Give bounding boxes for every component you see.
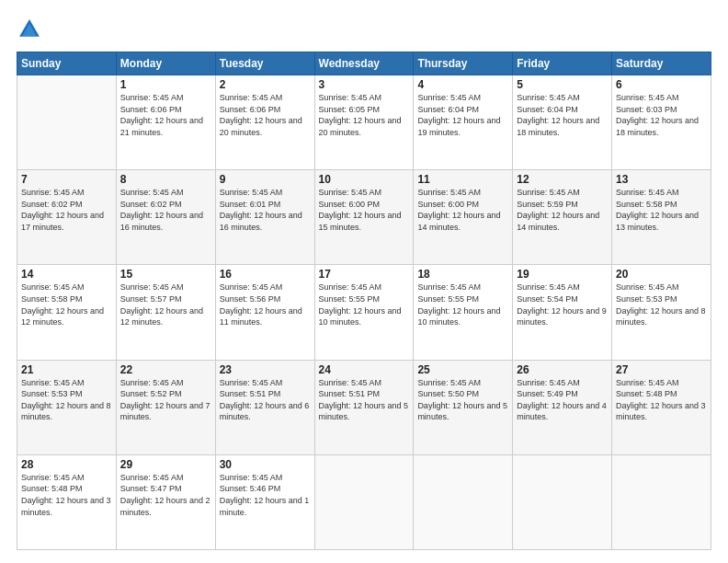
day-number: 13 [616,173,707,186]
day-info: Sunrise: 5:45 AMSunset: 6:00 PMDaylight:… [319,188,402,232]
day-info: Sunrise: 5:45 AMSunset: 5:49 PMDaylight:… [517,378,607,422]
day-number: 9 [220,173,311,186]
day-number: 20 [616,268,707,281]
day-number: 24 [319,363,410,376]
weekday-sunday: Sunday [17,52,117,75]
day-number: 2 [220,78,311,91]
day-info: Sunrise: 5:45 AMSunset: 5:55 PMDaylight:… [319,282,402,327]
day-info: Sunrise: 5:45 AMSunset: 6:06 PMDaylight:… [120,93,203,137]
day-number: 19 [517,268,608,281]
weekday-tuesday: Tuesday [215,52,314,75]
day-number: 15 [120,268,211,281]
day-number: 26 [517,363,608,376]
calendar-cell: 6 Sunrise: 5:45 AMSunset: 6:03 PMDayligh… [612,75,711,170]
calendar-cell: 27 Sunrise: 5:45 AMSunset: 5:48 PMDaylig… [612,360,711,454]
calendar-cell: 18 Sunrise: 5:45 AMSunset: 5:55 PMDaylig… [414,265,513,360]
weekday-friday: Friday [513,52,612,75]
calendar-cell: 29 Sunrise: 5:45 AMSunset: 5:47 PMDaylig… [116,454,215,549]
header [17,17,711,42]
calendar-cell: 7 Sunrise: 5:45 AMSunset: 6:02 PMDayligh… [17,170,117,265]
day-number: 17 [319,268,410,281]
calendar-cell: 23 Sunrise: 5:45 AMSunset: 5:51 PMDaylig… [215,360,314,454]
day-info: Sunrise: 5:45 AMSunset: 5:55 PMDaylight:… [417,282,500,327]
day-number: 28 [21,458,112,471]
calendar-cell: 3 Sunrise: 5:45 AMSunset: 6:05 PMDayligh… [314,75,414,170]
calendar-cell: 26 Sunrise: 5:45 AMSunset: 5:49 PMDaylig… [513,360,612,454]
day-info: Sunrise: 5:45 AMSunset: 5:52 PMDaylight:… [120,378,210,422]
calendar-cell: 14 Sunrise: 5:45 AMSunset: 5:58 PMDaylig… [17,265,117,360]
day-number: 1 [120,78,211,91]
weekday-header-row: SundayMondayTuesdayWednesdayThursdayFrid… [17,52,711,75]
day-number: 8 [120,173,211,186]
calendar-cell: 15 Sunrise: 5:45 AMSunset: 5:57 PMDaylig… [116,265,215,360]
day-info: Sunrise: 5:45 AMSunset: 6:01 PMDaylight:… [220,188,302,232]
day-info: Sunrise: 5:45 AMSunset: 5:51 PMDaylight:… [319,378,409,422]
calendar-cell: 13 Sunrise: 5:45 AMSunset: 5:58 PMDaylig… [612,170,711,265]
day-number: 18 [417,268,508,281]
day-info: Sunrise: 5:45 AMSunset: 5:46 PMDaylight:… [220,473,310,517]
calendar-cell: 4 Sunrise: 5:45 AMSunset: 6:04 PMDayligh… [414,75,513,170]
day-number: 22 [120,363,211,376]
day-number: 21 [21,363,112,376]
calendar-week-4: 21 Sunrise: 5:45 AMSunset: 5:53 PMDaylig… [17,360,711,454]
day-number: 25 [417,363,508,376]
day-info: Sunrise: 5:45 AMSunset: 6:03 PMDaylight:… [616,93,699,137]
weekday-thursday: Thursday [414,52,513,75]
day-number: 12 [517,173,608,186]
calendar-cell: 28 Sunrise: 5:45 AMSunset: 5:48 PMDaylig… [17,454,117,549]
day-info: Sunrise: 5:45 AMSunset: 5:56 PMDaylight:… [220,282,302,327]
page: SundayMondayTuesdayWednesdayThursdayFrid… [0,0,728,563]
day-info: Sunrise: 5:45 AMSunset: 5:54 PMDaylight:… [517,282,607,327]
logo [17,17,46,42]
day-number: 27 [616,363,707,376]
day-info: Sunrise: 5:45 AMSunset: 5:51 PMDaylight:… [220,378,310,422]
day-number: 3 [319,78,410,91]
day-info: Sunrise: 5:45 AMSunset: 5:48 PMDaylight:… [616,378,706,422]
logo-icon [17,17,42,42]
day-info: Sunrise: 5:45 AMSunset: 6:04 PMDaylight:… [517,93,599,137]
day-info: Sunrise: 5:45 AMSunset: 5:53 PMDaylight:… [616,282,706,327]
calendar-cell: 2 Sunrise: 5:45 AMSunset: 6:06 PMDayligh… [215,75,314,170]
day-info: Sunrise: 5:45 AMSunset: 5:59 PMDaylight:… [517,188,599,232]
calendar-cell: 12 Sunrise: 5:45 AMSunset: 5:59 PMDaylig… [513,170,612,265]
calendar-cell: 17 Sunrise: 5:45 AMSunset: 5:55 PMDaylig… [314,265,414,360]
calendar-cell: 22 Sunrise: 5:45 AMSunset: 5:52 PMDaylig… [116,360,215,454]
calendar-cell [414,454,513,549]
day-info: Sunrise: 5:45 AMSunset: 5:48 PMDaylight:… [21,473,111,517]
calendar-cell [513,454,612,549]
day-number: 23 [220,363,311,376]
calendar-cell: 30 Sunrise: 5:45 AMSunset: 5:46 PMDaylig… [215,454,314,549]
day-info: Sunrise: 5:45 AMSunset: 6:06 PMDaylight:… [220,93,302,137]
calendar-cell: 9 Sunrise: 5:45 AMSunset: 6:01 PMDayligh… [215,170,314,265]
calendar-table: SundayMondayTuesdayWednesdayThursdayFrid… [17,52,711,550]
calendar-cell: 5 Sunrise: 5:45 AMSunset: 6:04 PMDayligh… [513,75,612,170]
weekday-monday: Monday [116,52,215,75]
day-info: Sunrise: 5:45 AMSunset: 6:05 PMDaylight:… [319,93,402,137]
calendar-cell: 16 Sunrise: 5:45 AMSunset: 5:56 PMDaylig… [215,265,314,360]
day-info: Sunrise: 5:45 AMSunset: 5:58 PMDaylight:… [616,188,699,232]
day-info: Sunrise: 5:45 AMSunset: 5:57 PMDaylight:… [120,282,203,327]
calendar-cell: 21 Sunrise: 5:45 AMSunset: 5:53 PMDaylig… [17,360,117,454]
calendar-week-3: 14 Sunrise: 5:45 AMSunset: 5:58 PMDaylig… [17,265,711,360]
calendar-week-5: 28 Sunrise: 5:45 AMSunset: 5:48 PMDaylig… [17,454,711,549]
weekday-saturday: Saturday [612,52,711,75]
day-number: 4 [417,78,508,91]
day-info: Sunrise: 5:45 AMSunset: 6:00 PMDaylight:… [417,188,500,232]
day-info: Sunrise: 5:45 AMSunset: 5:53 PMDaylight:… [21,378,111,422]
calendar-cell [314,454,414,549]
calendar-cell [17,75,117,170]
day-info: Sunrise: 5:45 AMSunset: 6:02 PMDaylight:… [120,188,203,232]
calendar-cell: 19 Sunrise: 5:45 AMSunset: 5:54 PMDaylig… [513,265,612,360]
day-number: 14 [21,268,112,281]
calendar-cell: 20 Sunrise: 5:45 AMSunset: 5:53 PMDaylig… [612,265,711,360]
weekday-wednesday: Wednesday [314,52,414,75]
calendar-week-2: 7 Sunrise: 5:45 AMSunset: 6:02 PMDayligh… [17,170,711,265]
day-number: 6 [616,78,707,91]
day-number: 7 [21,173,112,186]
day-number: 16 [220,268,311,281]
day-number: 11 [417,173,508,186]
calendar-cell: 24 Sunrise: 5:45 AMSunset: 5:51 PMDaylig… [314,360,414,454]
calendar-cell: 1 Sunrise: 5:45 AMSunset: 6:06 PMDayligh… [116,75,215,170]
calendar-cell: 25 Sunrise: 5:45 AMSunset: 5:50 PMDaylig… [414,360,513,454]
calendar-week-1: 1 Sunrise: 5:45 AMSunset: 6:06 PMDayligh… [17,75,711,170]
